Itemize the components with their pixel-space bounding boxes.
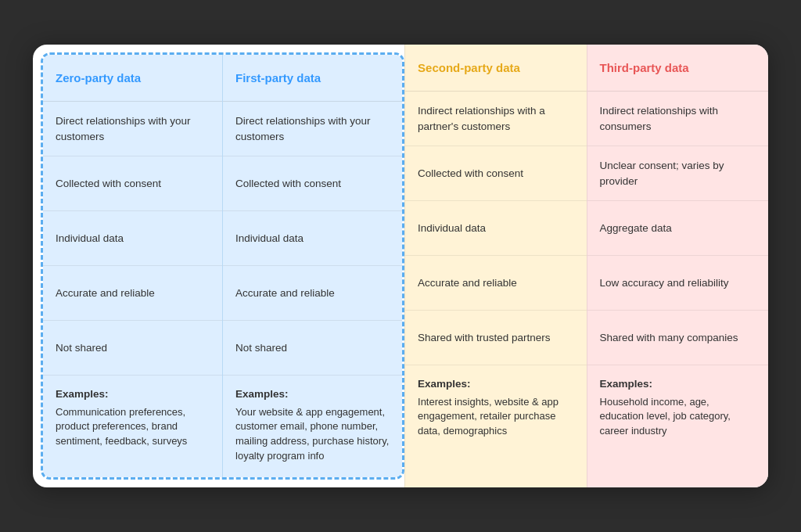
col-first-examples-text: Your website & app engagement, customer … [235,405,390,464]
col-zero-header-text: Zero-party data [56,70,141,87]
col-zero: Zero-party data Direct relationships wit… [43,55,222,477]
col-second-examples-text: Interest insights, website & app engagem… [418,395,573,440]
col-zero-row-1: Collected with consent [43,156,222,211]
col-third-examples-label: Examples: [600,376,653,392]
col-zero-row-2: Individual data [43,211,222,266]
col-second-row-3: Accurate and reliable [405,256,586,311]
col-first-header: First-party data [223,55,402,102]
col-zero-row-4: Not shared [43,321,222,376]
col-third-row-3: Low accuracy and reliability [587,256,768,311]
col-first-row-2: Individual data [223,211,402,266]
col-first: First-party data Direct relationships wi… [222,55,402,477]
col-third-header: Third-party data [587,45,768,92]
comparison-table: Zero-party data Direct relationships wit… [33,45,768,487]
col-second-row-1: Collected with consent [405,146,586,201]
col-third-row-2: Aggregate data [587,201,768,256]
left-group: Zero-party data Direct relationships wit… [41,52,404,480]
col-first-row-1: Collected with consent [223,156,402,211]
col-first-row-4: Not shared [223,321,402,376]
col-first-row-3: Accurate and reliable [223,266,402,321]
col-third-header-text: Third-party data [600,59,689,77]
col-second-examples: Examples: Interest insights, website & a… [405,365,586,467]
col-zero-examples: Examples: Communication preferences, pro… [43,376,222,477]
col-third: Third-party data Indirect relationships … [587,45,768,487]
col-second-row-2: Individual data [405,201,586,256]
comparison-card: Zero-party data Direct relationships wit… [33,45,768,487]
col-zero-examples-label: Examples: [56,386,109,402]
col-third-row-1: Unclear consent; varies by provider [587,146,768,201]
col-first-examples-label: Examples: [235,386,289,402]
col-zero-examples-text: Communication preferences, product prefe… [56,405,210,450]
col-first-header-text: First-party data [235,70,321,87]
right-group: Second-party data Indirect relationships… [404,45,768,487]
col-second-examples-label: Examples: [418,376,471,392]
col-third-row-4: Shared with many companies [587,311,768,365]
col-second-header: Second-party data [405,45,586,92]
col-second-header-text: Second-party data [418,59,520,77]
col-first-row-0: Direct relationships with your customers [223,102,402,156]
col-third-examples: Examples: Household income, age, educati… [587,365,768,467]
col-third-row-0: Indirect relationships with consumers [587,92,768,146]
col-third-examples-text: Household income, age, education level, … [600,395,756,440]
col-zero-row-0: Direct relationships with your customers [43,102,222,156]
col-zero-row-3: Accurate and reliable [43,266,222,321]
col-first-examples: Examples: Your website & app engagement,… [223,376,402,477]
col-second-row-4: Shared with trusted partners [405,311,586,365]
col-second: Second-party data Indirect relationships… [404,45,586,487]
col-zero-header: Zero-party data [43,55,222,102]
col-second-row-0: Indirect relationships with a partner's … [405,92,586,146]
